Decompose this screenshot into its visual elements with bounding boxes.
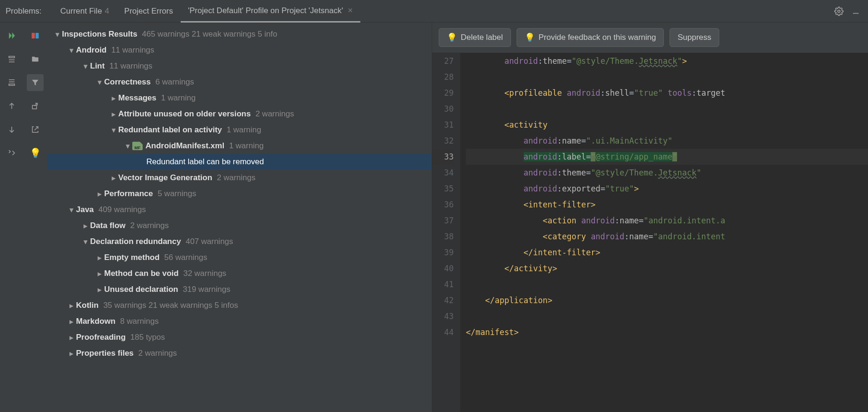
code-content[interactable]: android:theme="@style/Theme.Jetsnack"> <… (460, 53, 868, 412)
tree-node[interactable]: ▾Redundant label on activity1 warning (47, 122, 432, 138)
code-line[interactable]: <profileable android:shell="true" tools:… (466, 85, 868, 101)
tree-node[interactable]: ▸Kotlin35 warnings 21 weak warnings 5 in… (47, 298, 432, 313)
code-line[interactable]: android:name=".ui.MainActivity" (466, 133, 868, 149)
previous-icon[interactable] (3, 98, 20, 114)
code-line[interactable]: android:theme="@style/Theme.Jetsnack" (466, 165, 868, 181)
delete-label-button[interactable]: 💡 Delete label (439, 28, 511, 47)
chevron-right-icon: ▸ (95, 253, 104, 263)
export-icon[interactable] (27, 98, 44, 114)
problems-tab[interactable]: Project Errors (117, 0, 181, 23)
svg-line-14 (35, 127, 38, 130)
tree-node[interactable]: ▸Method can be void32 warnings (47, 266, 432, 282)
code-line[interactable]: </activity> (466, 260, 868, 276)
tree-node[interactable]: Redundant label can be removed (47, 154, 432, 170)
code-line[interactable] (466, 69, 868, 85)
problems-tab[interactable]: Current File4 (53, 0, 117, 23)
code-line[interactable]: <action android:name="android.intent.a (466, 213, 868, 229)
expand-all-icon[interactable] (3, 74, 20, 91)
feedback-button[interactable]: 💡 Provide feedback on this warning (517, 28, 664, 47)
chevron-right-icon: ▸ (109, 109, 118, 119)
tree-node[interactable]: ▸Empty method56 warnings (47, 250, 432, 266)
code-line[interactable]: android:label="@string/app_name" (466, 149, 868, 165)
code-line[interactable]: </application> (466, 292, 868, 308)
problems-tab[interactable]: 'Project Default' Profile on Project 'Je… (181, 0, 360, 23)
tree-node[interactable]: ▾Correctness6 warnings (47, 74, 432, 90)
chevron-down-icon: ▾ (95, 77, 104, 87)
chevron-right-icon: ▸ (95, 285, 104, 295)
code-editor[interactable]: 272829303132333435363738394041424344 and… (432, 53, 868, 412)
chevron-right-icon: ▸ (109, 173, 118, 183)
rerun-icon[interactable] (3, 27, 20, 44)
code-line[interactable] (466, 276, 868, 292)
chevron-right-icon: ▸ (67, 333, 76, 343)
chevron-down-icon: ▾ (81, 237, 90, 247)
next-icon[interactable] (3, 121, 20, 138)
code-line[interactable] (466, 101, 868, 117)
svg-point-0 (838, 10, 840, 12)
open-icon[interactable] (27, 121, 44, 138)
left-toolbar-2: 💡 (23, 23, 47, 412)
svg-rect-2 (9, 56, 15, 58)
svg-rect-5 (9, 84, 15, 85)
tree-node[interactable]: ▸Properties files2 warnings (47, 345, 432, 361)
chevron-right-icon: ▸ (81, 221, 90, 231)
code-line[interactable] (466, 308, 868, 324)
code-line[interactable]: </intent-filter> (466, 244, 868, 260)
code-line[interactable]: <category android:name="android.intent (466, 229, 868, 244)
tree-node[interactable]: ▸Data flow2 warnings (47, 218, 432, 234)
intention-bulb-icon[interactable]: 💡 (27, 145, 44, 161)
svg-rect-10 (32, 33, 35, 38)
inspections-tree[interactable]: ▾ Inspections Results 465 warnings 21 we… (47, 23, 432, 412)
code-line[interactable]: </manifest> (466, 324, 868, 340)
chevron-right-icon: ▸ (67, 349, 76, 359)
svg-rect-11 (36, 33, 39, 38)
tree-node[interactable]: ▸Performance5 warnings (47, 186, 432, 202)
chevron-down-icon: ▾ (67, 205, 76, 215)
code-line[interactable]: <intent-filter> (466, 197, 868, 213)
tree-node[interactable]: ▸Attribute unused on older versions2 war… (47, 106, 432, 122)
problems-top-bar: Problems: Current File4Project Errors'Pr… (0, 0, 868, 23)
code-line[interactable]: android:theme="@style/Theme.Jetsnack"> (466, 53, 868, 69)
tree-root[interactable]: ▾ Inspections Results 465 warnings 21 we… (47, 26, 432, 42)
tree-node[interactable]: ▾MFAndroidManifest.xml1 warning (47, 138, 432, 154)
quickfix-bar: 💡 Delete label 💡 Provide feedback on thi… (432, 23, 868, 53)
left-toolbar-1 (0, 23, 23, 412)
tree-node[interactable]: ▾Java409 warnings (47, 202, 432, 218)
manifest-file-icon: MF (132, 142, 143, 150)
chevron-right-icon: ▸ (95, 269, 104, 279)
collapse-all-icon[interactable] (3, 51, 20, 68)
tree-node[interactable]: ▾Lint11 warnings (47, 58, 432, 74)
chevron-down-icon: ▾ (109, 125, 118, 135)
chevron-right-icon: ▸ (67, 317, 76, 327)
settings-icon[interactable] (3, 145, 20, 161)
editor-panel: 💡 Delete label 💡 Provide feedback on thi… (432, 23, 868, 412)
chevron-right-icon: ▸ (109, 93, 118, 103)
filter-icon[interactable] (27, 74, 44, 91)
chevron-down-icon: ▾ (67, 46, 76, 55)
gear-icon[interactable] (832, 5, 845, 18)
tree-node[interactable]: ▸Vector Image Generation2 warnings (47, 170, 432, 186)
close-icon[interactable]: × (348, 6, 353, 15)
chevron-down-icon: ▾ (81, 61, 90, 71)
suppress-button[interactable]: Suppress (670, 28, 719, 47)
line-gutter: 272829303132333435363738394041424344 (432, 53, 460, 412)
bulb-icon: 💡 (525, 32, 535, 43)
tree-node[interactable]: ▸Markdown8 warnings (47, 313, 432, 329)
tree-node[interactable]: ▸Messages1 warning (47, 90, 432, 106)
folder-icon[interactable] (27, 51, 44, 68)
code-line[interactable]: <activity (466, 117, 868, 133)
minimize-icon[interactable] (849, 5, 862, 18)
bulb-icon: 💡 (447, 32, 457, 43)
tree-node[interactable]: ▾Android11 warnings (47, 42, 432, 58)
problems-title: Problems: (6, 7, 42, 16)
code-line[interactable]: android:exported="true"> (466, 181, 868, 197)
group-icon[interactable] (27, 27, 44, 44)
tree-node[interactable]: ▸Unused declaration319 warnings (47, 282, 432, 298)
chevron-down-icon: ▾ (123, 141, 132, 151)
tree-node[interactable]: ▾Declaration redundancy407 warnings (47, 234, 432, 250)
chevron-down-icon: ▾ (53, 30, 62, 39)
tree-node[interactable]: ▸Proofreading185 typos (47, 329, 432, 345)
chevron-right-icon: ▸ (67, 301, 76, 311)
chevron-right-icon: ▸ (95, 189, 104, 199)
